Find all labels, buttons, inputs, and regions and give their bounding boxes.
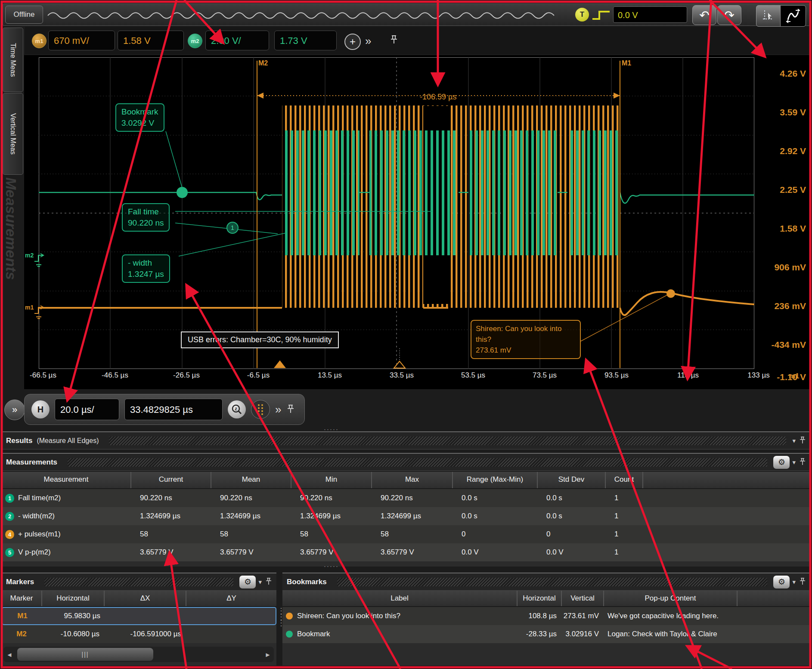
falltime-callout-title: Fall time	[128, 206, 164, 217]
marker-row-m2[interactable]: M2 -10.6080 µs -106.591000 µs	[2, 625, 276, 643]
marker-m2-label[interactable]: M2	[258, 59, 268, 67]
results-header[interactable]: Results (Measure All Edges) ▾	[2, 431, 810, 449]
tab-time-meas[interactable]: Time Meas	[3, 28, 23, 92]
h-position-field[interactable]: 33.4829825 µs	[124, 399, 223, 420]
channel-more-button[interactable]: »	[365, 34, 371, 48]
shireen-callout[interactable]: Shireen: Can you look into this? 273.61 …	[471, 320, 581, 359]
marker-row-m1[interactable]: M1 95.9830 µs	[2, 607, 276, 625]
measurement-row[interactable]: 4+ pulses(m1) 5858 5858 00 1	[2, 525, 810, 543]
marker-m1-label[interactable]: M1	[622, 59, 631, 67]
undo-button[interactable]: ↶	[692, 5, 716, 25]
pin-icon[interactable]	[286, 404, 295, 415]
panel-expander-button[interactable]: »	[4, 400, 25, 420]
col-min[interactable]: Min	[291, 472, 371, 488]
bookmark-callout-value: 3.0292 V	[121, 118, 158, 129]
horizontal-controls: H 20.0 µs/ 33.4829825 µs z »	[24, 394, 305, 425]
bookmark-row[interactable]: Bookmark -28.33 µs 3.02916 V Logan: Chec…	[282, 625, 810, 643]
m1-channel-badge[interactable]: m1	[32, 34, 46, 48]
tab-vertical-meas[interactable]: Vertical Meas	[3, 93, 23, 175]
waveform-strip-icon	[46, 9, 571, 21]
m2-channel-badge[interactable]: m2	[188, 34, 202, 48]
measurements-header[interactable]: Measurements ⚙ ▾	[2, 453, 810, 471]
x-axis-tick: 113 µs	[664, 371, 712, 380]
m2-ground-label: m2	[25, 252, 34, 259]
horizontal-reference-marker[interactable]	[394, 361, 405, 368]
falltime-callout[interactable]: Fall time 90.220 ns	[122, 203, 170, 232]
y-axis-tick: 4.26 V	[757, 68, 806, 79]
measurement-row[interactable]: 5V p-p(m2) 3.65779 V3.65779 V 3.65779 V3…	[2, 543, 810, 561]
h-zoom-button[interactable]: z	[228, 400, 246, 418]
m1-ground-edge-icon	[34, 304, 46, 321]
shireen-callout-text: Shireen: Can you look into this?	[476, 323, 576, 345]
h-scale-field[interactable]: 20.0 µs/	[55, 399, 119, 420]
markers-gear-icon[interactable]: ⚙	[239, 576, 256, 588]
width-callout[interactable]: - width 1.3247 µs	[122, 254, 170, 283]
pin-icon[interactable]	[799, 458, 806, 467]
col-range[interactable]: Range (Max-Min)	[452, 472, 537, 488]
y-axis-tick: 3.59 V	[757, 107, 806, 118]
pin-icon[interactable]	[390, 34, 398, 46]
dotted-columns-icon	[256, 403, 265, 415]
markers-header[interactable]: Markers ⚙ ▾	[2, 573, 276, 591]
bookmarks-table-header[interactable]: LabelHorizontal VerticalPop-up Content	[282, 591, 810, 607]
pin-icon[interactable]	[799, 577, 806, 587]
add-waveform-button[interactable]: +	[344, 34, 361, 50]
bookmarks-header[interactable]: Bookmarks ⚙ ▾	[282, 573, 810, 591]
bookmarks-dropdown-icon[interactable]: ▾	[792, 578, 796, 586]
m1-scale-field[interactable]: 670 mV/	[48, 31, 115, 50]
markers-dropdown-icon[interactable]: ▾	[258, 578, 262, 586]
m1-ground-marker[interactable]: m1	[25, 304, 46, 321]
col-current[interactable]: Current	[130, 472, 211, 488]
y-axis-tick: -434 mV	[757, 340, 806, 350]
h-more-button[interactable]: »	[275, 403, 281, 416]
m2-offset-field[interactable]: 1.73 V	[274, 31, 337, 50]
shireen-bookmark-dot[interactable]	[666, 289, 675, 298]
bookmarks-gear-icon[interactable]: ⚙	[773, 576, 790, 588]
m2-scale-field[interactable]: 2.00 V/	[205, 31, 269, 50]
pin-icon[interactable]	[799, 436, 806, 446]
redo-button[interactable]: ↷	[717, 5, 741, 25]
m1-ground-label: m1	[25, 304, 34, 311]
col-max[interactable]: Max	[371, 472, 452, 488]
green-bookmark-dot[interactable]	[177, 187, 188, 198]
cursor-mode-button[interactable]	[756, 5, 781, 27]
markers-h-scrollbar[interactable]: ◄ ||| ►	[3, 647, 274, 662]
measurements-table-header[interactable]: Measurement Current Mean Min Max Range (…	[2, 472, 810, 489]
m1-offset-field[interactable]: 1.58 V	[118, 31, 184, 50]
shireen-callout-value: 273.61 mV	[476, 345, 576, 356]
trigger-level-field[interactable]: 0.0 V	[613, 6, 687, 23]
scroll-left-icon[interactable]: ◄	[3, 651, 15, 658]
offline-button[interactable]: Offline	[5, 6, 43, 24]
horizontal-button[interactable]: H	[31, 400, 50, 418]
markers-drag-strip[interactable]	[44, 578, 233, 586]
markers-table-header[interactable]: MarkerHorizontal ΔXΔY	[2, 591, 276, 607]
col-mean[interactable]: Mean	[211, 472, 291, 488]
col-stddev[interactable]: Std Dev	[537, 472, 605, 488]
trigger-source-icon[interactable]: T	[575, 8, 589, 22]
col-count[interactable]: Count	[605, 472, 642, 488]
scroll-right-icon[interactable]: ►	[262, 651, 274, 658]
bookmark-callout[interactable]: Bookmark 3.0292 V	[115, 103, 164, 132]
measurement-row[interactable]: 1Fall time(m2) 90.220 ns90.220 ns 90.220…	[2, 489, 810, 507]
bookmark-row[interactable]: Shireen: Can you look into this? 108.8 µ…	[282, 607, 810, 625]
trigger-edge-icon[interactable]	[592, 9, 611, 21]
results-drag-strip[interactable]	[109, 437, 786, 445]
measurements-dropdown-icon[interactable]: ▾	[792, 458, 796, 466]
splitter-handle[interactable]: ·····	[324, 562, 339, 570]
m2-ground-edge-icon	[34, 252, 46, 269]
scroll-thumb[interactable]: |||	[17, 648, 153, 661]
measurements-drag-strip[interactable]	[68, 458, 767, 467]
trigger-position-marker[interactable]	[274, 360, 286, 368]
measurement-name: - width(m2)	[18, 512, 55, 520]
col-measurement[interactable]: Measurement	[2, 472, 130, 488]
m2-ground-marker[interactable]: m2	[25, 252, 46, 269]
bookmarks-drag-strip[interactable]	[337, 578, 768, 586]
measurement-row[interactable]: 2- width(m2) 1.324699 µs1.324699 µs 1.32…	[2, 507, 810, 525]
results-dropdown-icon[interactable]: ▾	[792, 437, 796, 445]
measurements-gear-icon[interactable]: ⚙	[773, 456, 790, 469]
waveform-zoom-mode-button[interactable]	[780, 5, 806, 27]
y-axis-tick: 2.25 V	[757, 185, 806, 195]
h-reference-button[interactable]	[251, 400, 270, 419]
usb-annotation[interactable]: USB errors: Chamber=30C, 90% humidity	[181, 331, 339, 348]
pin-icon[interactable]	[265, 577, 272, 587]
